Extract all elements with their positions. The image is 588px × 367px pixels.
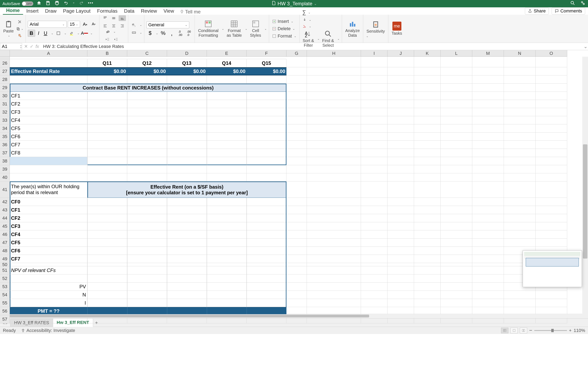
cell-A47[interactable]: CF5 xyxy=(10,239,87,247)
cell-A32[interactable]: CF3 xyxy=(10,108,87,116)
cell-F26[interactable]: Q15 xyxy=(247,59,286,67)
print-icon[interactable] xyxy=(54,1,60,7)
vscroll-thumb[interactable] xyxy=(583,144,587,259)
vertical-scrollbar[interactable] xyxy=(582,57,588,314)
tab-review[interactable]: Review xyxy=(138,7,160,15)
col-header-N[interactable]: N xyxy=(504,50,536,57)
cancel-formula-icon[interactable]: ✕ xyxy=(24,44,28,49)
row-header-31[interactable]: 31 xyxy=(0,100,10,108)
row-header-27[interactable]: 27 xyxy=(0,67,10,75)
row-header-34[interactable]: 34 xyxy=(0,124,10,133)
cell-D27[interactable]: $0.00 xyxy=(167,67,207,75)
row-header-48[interactable]: 48 xyxy=(0,247,10,255)
row-header-41[interactable]: 41 xyxy=(0,182,10,198)
row-header-51[interactable]: 51 xyxy=(0,266,10,275)
row-header-44[interactable]: 44 xyxy=(0,214,10,222)
cell-A48[interactable]: CF6 xyxy=(10,247,87,255)
align-top-button[interactable] xyxy=(102,15,109,21)
cell-A30[interactable]: CF1 xyxy=(10,92,87,100)
cell-A31[interactable]: CF2 xyxy=(10,100,87,108)
orientation-button[interactable]: ab xyxy=(104,29,111,34)
tab-insert[interactable]: Insert xyxy=(23,7,42,15)
title-chevron-icon[interactable]: ⌄ xyxy=(314,2,317,6)
cell-A34[interactable]: CF5 xyxy=(10,124,87,133)
row-header-30[interactable]: 30 xyxy=(0,92,10,100)
page-layout-view-button[interactable] xyxy=(510,328,518,333)
increase-font-button[interactable]: A▴ xyxy=(81,21,89,27)
paste-button[interactable]: Paste ⌄ xyxy=(2,19,15,38)
decrease-decimal-button[interactable]: .00.0 xyxy=(185,30,192,36)
zoom-slider[interactable] xyxy=(534,330,567,331)
zoom-level[interactable]: 110% xyxy=(574,328,585,333)
cell-E27[interactable]: $0.00 xyxy=(207,67,247,75)
tab-page-layout[interactable]: Page Layout xyxy=(60,7,94,15)
sort-filter-button[interactable]: AZ Sort & Filter xyxy=(302,29,315,49)
section-header-rent-increases[interactable]: Contract Base RENT INCREASES (without co… xyxy=(10,83,286,92)
cell-A55[interactable]: I xyxy=(10,299,87,307)
row-header-37[interactable]: 37 xyxy=(0,149,10,157)
number-format-select[interactable]: General⌄ xyxy=(146,21,189,28)
row-header-39[interactable]: 39 xyxy=(0,165,10,173)
col-header-O[interactable]: O xyxy=(536,50,567,57)
cell-A49[interactable]: CF7 xyxy=(10,255,87,263)
align-bottom-button[interactable] xyxy=(119,15,126,21)
col-header-F[interactable]: F xyxy=(247,50,286,57)
row-header-53[interactable]: 53 xyxy=(0,283,10,291)
row-header-45[interactable]: 45 xyxy=(0,222,10,230)
borders-button[interactable] xyxy=(55,30,62,36)
analyze-data-button[interactable]: Analyze Data xyxy=(344,19,361,39)
section-header-effective-rent[interactable]: Effective Rent (on a $/SF basis)[ensure … xyxy=(87,182,286,198)
fill-color-button[interactable] xyxy=(68,30,75,36)
cell-B27[interactable]: $0.00 xyxy=(87,67,127,75)
percent-button[interactable]: % xyxy=(159,30,167,36)
format-as-table-button[interactable]: Format as Table xyxy=(225,19,243,39)
insert-cells-button[interactable]: Insert⌄ xyxy=(271,18,297,25)
cell-A45[interactable]: CF3 xyxy=(10,222,87,230)
decrease-font-button[interactable]: A▾ xyxy=(90,21,97,27)
confirm-formula-icon[interactable]: ✓ xyxy=(30,44,34,49)
sensitivity-button[interactable]: Sensitivity xyxy=(365,20,386,34)
col-header-M[interactable]: M xyxy=(472,50,504,57)
col-header-E[interactable]: E xyxy=(207,50,247,57)
zoom-slider-knob[interactable] xyxy=(551,329,554,332)
horizontal-scrollbar[interactable] xyxy=(10,314,588,318)
cell-A51[interactable]: NPV of relevant CFs xyxy=(10,266,87,275)
cell-A43[interactable]: CF1 xyxy=(10,206,87,214)
tab-draw[interactable]: Draw xyxy=(42,7,60,15)
cell-A44[interactable]: CF2 xyxy=(10,214,87,222)
delete-cells-button[interactable]: Delete⌄ xyxy=(271,26,297,32)
cell-A36[interactable]: CF7 xyxy=(10,141,87,149)
col-header-I[interactable]: I xyxy=(361,50,388,57)
tab-formulas[interactable]: Formulas xyxy=(94,7,121,15)
col-header-H[interactable]: H xyxy=(307,50,361,57)
zoom-in-button[interactable]: + xyxy=(569,328,572,333)
row-header-40[interactable]: 40 xyxy=(0,173,10,182)
row-header-32[interactable]: 32 xyxy=(0,108,10,116)
italic-button[interactable]: I xyxy=(36,30,41,36)
row-header-50[interactable]: 50 xyxy=(0,263,10,266)
select-all-corner[interactable] xyxy=(0,50,10,57)
more-icon[interactable]: ••• xyxy=(88,1,94,7)
comments-button[interactable]: Comments xyxy=(552,7,585,15)
cell-A56[interactable]: PMT = ?? xyxy=(10,307,87,315)
merge-button[interactable] xyxy=(130,30,138,35)
cell-D26[interactable]: Q13 xyxy=(167,59,207,67)
row-header-29[interactable]: 29 xyxy=(0,83,10,92)
share-button[interactable]: Share xyxy=(525,7,549,15)
name-box[interactable]: A1 ▴▾ xyxy=(0,43,22,50)
clear-button[interactable]: ⌄ xyxy=(302,24,337,29)
col-header-L[interactable]: L xyxy=(441,50,472,57)
hscroll-thumb[interactable] xyxy=(10,315,369,317)
tell-me[interactable]: Tell me xyxy=(180,9,201,15)
cell-B26[interactable]: Q11 xyxy=(87,59,127,67)
align-left-button[interactable] xyxy=(102,23,109,29)
font-color-button[interactable]: A xyxy=(81,30,88,36)
row-header-36[interactable]: 36 xyxy=(0,141,10,149)
accessibility-status[interactable]: Accessibility: Investigate xyxy=(21,328,75,333)
decrease-indent-button[interactable] xyxy=(104,36,111,42)
cell-A33[interactable]: CF4 xyxy=(10,116,87,124)
row-header-46[interactable]: 46 xyxy=(0,230,10,239)
zoom-out-button[interactable]: − xyxy=(529,327,532,334)
autosum-button[interactable]: ∑⌄ xyxy=(302,9,337,16)
cell-styles-button[interactable]: Cell Styles xyxy=(249,19,262,39)
